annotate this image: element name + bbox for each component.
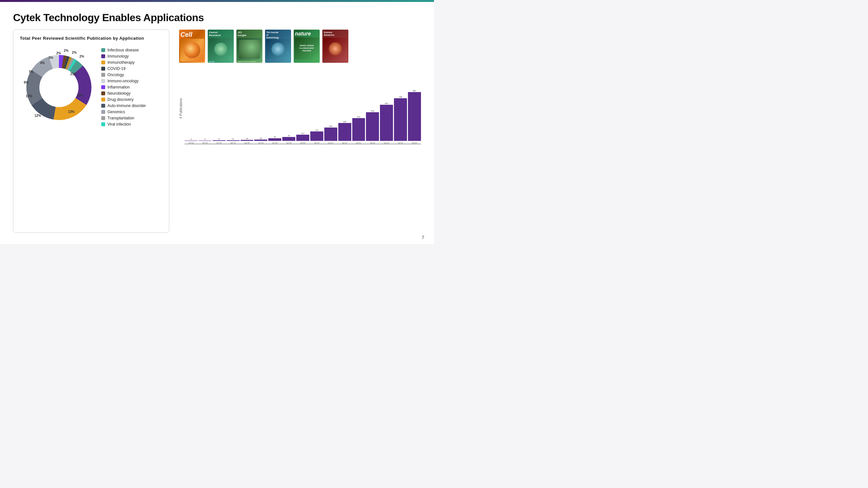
bar-value: 6 xyxy=(205,138,206,140)
bar-x-label: Q2'19 xyxy=(230,142,236,144)
legend-dot-neurobiology xyxy=(101,91,105,95)
bar-rect xyxy=(380,105,393,141)
page-number: 7 xyxy=(422,235,424,240)
legend-label-drug-discovery: Drug discovery xyxy=(107,97,133,102)
bar-x-label: Q3'18 xyxy=(188,142,194,144)
chart-legend-row: 21% 13% 13% 12% 12% 9% 5% 4% 3% 2% 2% 2%… xyxy=(20,45,162,127)
bar-value: 414 xyxy=(357,116,360,118)
legend-item: Immuno-oncology xyxy=(101,79,146,83)
bar-rect xyxy=(282,137,295,141)
legend: Infectious disease Immunology Immunother… xyxy=(101,48,146,127)
bar-x-label: Q3'22 xyxy=(412,142,417,144)
bars-area: 3Q3'186Q4'189Q1'1911Q2'1918Q3'1925Q4'194… xyxy=(185,90,421,144)
bar-rect xyxy=(227,140,240,141)
bar-x-label: Q4'20 xyxy=(314,142,319,144)
bar-group: 9Q1'19 xyxy=(213,138,226,144)
legend-item: COVID-19 xyxy=(101,66,146,71)
bar-rect xyxy=(338,123,351,141)
bar-x-label: Q1'21 xyxy=(328,142,333,144)
bar-group: 11Q2'19 xyxy=(227,138,240,144)
journal-science-advances: ScienceAdvances xyxy=(322,30,348,63)
pct-2a: 2% xyxy=(56,52,61,55)
journals-row: Cell CancerResearch AACR xyxy=(179,30,421,63)
bar-value: 172 xyxy=(315,129,318,131)
bar-x-label: Q4'21 xyxy=(370,142,375,144)
bar-rect xyxy=(352,118,365,141)
content-row: Total Peer Reviewed Scientific Publicati… xyxy=(13,30,421,233)
legend-label-immunology: Immunology xyxy=(107,54,129,59)
bar-value: 18 xyxy=(246,138,248,139)
legend-label-immuno-oncology: Immuno-oncology xyxy=(107,79,138,83)
bar-group: 70Q2'20 xyxy=(282,135,295,144)
bar-x-label: Q2'22 xyxy=(398,142,403,144)
bar-value: 25 xyxy=(260,137,262,139)
bar-value: 881 xyxy=(413,90,416,92)
bar-group: 516Q4'21 xyxy=(366,110,379,144)
bar-value: 325 xyxy=(343,121,346,123)
bar-value: 45 xyxy=(274,136,276,138)
legend-label-inflammation: Inflammation xyxy=(107,85,130,90)
legend-item: Neurobiology xyxy=(101,91,146,96)
legend-dot-covid xyxy=(101,67,105,71)
legend-item: Oncology xyxy=(101,72,146,77)
bar-rect xyxy=(324,128,337,141)
legend-label-genomics: Genomics xyxy=(107,110,125,114)
bar-x-label: Q1'20 xyxy=(272,142,277,144)
legend-label-immunotherapy: Immunotherapy xyxy=(107,60,134,65)
legend-item: Genomics xyxy=(101,110,146,114)
bar-x-label: Q3'19 xyxy=(245,142,250,144)
legend-dot-oncology xyxy=(101,73,105,77)
pct-12a: 12% xyxy=(34,114,41,118)
y-axis-label: # Publications xyxy=(179,98,183,119)
page: Cytek Technology Enables Applications To… xyxy=(0,2,434,244)
bar-rect xyxy=(310,131,323,141)
legend-label-infectious: Infectious disease xyxy=(107,48,139,53)
legend-label-viral: Viral infection xyxy=(107,122,131,127)
bar-group: 414Q3'21 xyxy=(352,116,365,144)
journal-immunology: The JournalofImmunology xyxy=(265,30,291,63)
bar-x-label: Q2'20 xyxy=(286,142,291,144)
bar-value: 9 xyxy=(218,138,219,140)
pct-13a: 13% xyxy=(77,94,83,97)
bar-rect xyxy=(241,140,254,141)
bar-rect xyxy=(408,92,421,141)
donut-svg: 21% 13% 13% 12% 12% 9% 5% 4% 3% 2% 2% 2%… xyxy=(20,48,98,127)
bar-x-label: Q3'20 xyxy=(300,142,305,144)
bar-rect xyxy=(185,140,198,141)
pct-2b: 2% xyxy=(64,49,69,53)
journal-jci-insight: JCIinsight applied to PD-1 treatment xyxy=(236,30,262,63)
pct-12b: 12% xyxy=(26,94,32,98)
pct-4: 4% xyxy=(40,61,45,65)
bar-chart-container: # Publications 3Q3'186Q4'189Q1'1911Q2'19… xyxy=(179,69,421,233)
bar-group: 325Q2'21 xyxy=(338,121,351,144)
bar-value: 768 xyxy=(399,96,402,98)
bar-group: 18Q3'19 xyxy=(241,138,254,144)
bar-value: 11 xyxy=(232,138,234,140)
legend-item: Auto-immune disorder xyxy=(101,103,146,108)
legend-dot-immunotherapy xyxy=(101,61,105,64)
bar-x-label: Q1'19 xyxy=(217,142,222,144)
bar-group: 768Q2'22 xyxy=(394,96,407,144)
legend-dot-immunology xyxy=(101,54,105,58)
bar-group: 172Q4'20 xyxy=(310,129,323,144)
bar-rect xyxy=(268,138,281,141)
bar-x-label: Q2'21 xyxy=(342,142,347,144)
bar-x-label: Q1'22 xyxy=(384,142,389,144)
bar-value: 3 xyxy=(190,138,191,140)
pct-3: 3% xyxy=(49,56,53,60)
pct-5: 5% xyxy=(29,70,34,73)
journal-nature: nature INSIDE GREENFLUORESCENTPROTEIN xyxy=(294,30,320,63)
legend-dot-viral xyxy=(101,122,105,126)
legend-label-neurobiology: Neurobiology xyxy=(107,91,130,96)
left-panel: Total Peer Reviewed Scientific Publicati… xyxy=(13,30,169,233)
bar-group: 45Q1'20 xyxy=(268,136,281,144)
bar-group: 652Q1'22 xyxy=(380,102,393,144)
legend-dot-immuno-oncology xyxy=(101,79,105,83)
bar-rect xyxy=(213,140,226,141)
bar-value: 242 xyxy=(329,125,333,127)
bar-x-label: Q4'18 xyxy=(203,142,208,144)
legend-item: Immunotherapy xyxy=(101,60,146,65)
bar-rect xyxy=(394,98,407,141)
legend-dot-auto-immune xyxy=(101,104,105,108)
bar-rect xyxy=(198,140,212,141)
